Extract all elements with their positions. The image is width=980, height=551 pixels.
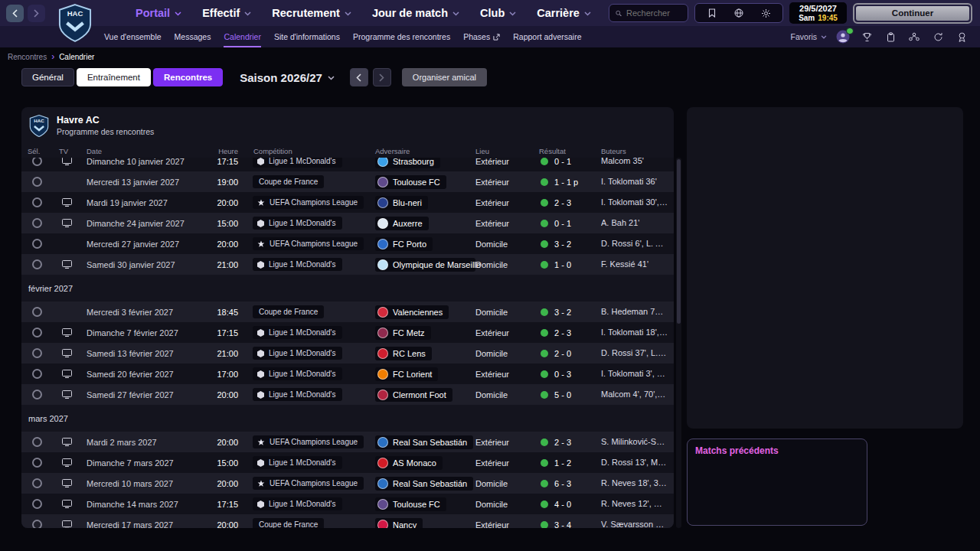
result[interactable]: 1 - 2	[539, 458, 601, 468]
select-radio[interactable]	[32, 437, 42, 447]
nav-item-jour-de-match[interactable]: Jour de match	[372, 7, 459, 19]
opponent-chip[interactable]: Strasbourg	[375, 158, 440, 168]
match-row[interactable]: Samedi 27 février 2027 20:00 Ligue 1 McD…	[21, 384, 674, 405]
select-radio[interactable]	[32, 348, 42, 358]
result[interactable]: 0 - 3	[539, 370, 601, 379]
opponent-chip[interactable]: FC Lorient	[375, 367, 438, 381]
opponent-chip[interactable]: Olympique de Marseille	[375, 258, 475, 272]
column-header-competition[interactable]: Compétition	[253, 147, 375, 155]
manager-profile-button[interactable]	[835, 29, 851, 44]
game-date[interactable]: 29/5/2027 Sam19:45	[789, 2, 847, 24]
competition-chip[interactable]: Coupe de France	[253, 175, 324, 188]
scrollbar-thumb[interactable]	[677, 159, 681, 324]
competition-chip[interactable]: Ligue 1 McDonald's	[253, 367, 342, 380]
result[interactable]: 5 - 0	[539, 390, 601, 399]
subnav-item-messages[interactable]: Messages	[175, 26, 211, 47]
competition-chip[interactable]: Ligue 1 McDonald's	[253, 217, 342, 230]
competition-chip[interactable]: Ligue 1 McDonald's	[253, 258, 342, 271]
competition-chip[interactable]: Ligue 1 McDonald's	[253, 497, 342, 510]
result[interactable]: 2 - 3	[539, 328, 601, 337]
nav-item-carriere[interactable]: Carrière	[537, 7, 591, 19]
subnav-item-site-d-informations[interactable]: Site d'informations	[274, 26, 340, 47]
match-row[interactable]: Samedi 20 février 2027 17:00 Ligue 1 McD…	[21, 364, 674, 384]
match-row[interactable]: Dimanche 10 janvier 2027 17:15 Ligue 1 M…	[21, 158, 674, 171]
opponent-chip[interactable]: Real San Sebastián	[375, 477, 473, 491]
match-row[interactable]: Samedi 30 janvier 2027 21:00 Ligue 1 McD…	[21, 254, 674, 275]
result[interactable]: 2 - 3	[539, 198, 601, 207]
tab-rencontres[interactable]: Rencontres	[153, 68, 223, 86]
result[interactable]: 3 - 4	[539, 520, 601, 529]
opponent-chip[interactable]: Blu-neri	[375, 196, 428, 210]
result[interactable]: 4 - 0	[539, 500, 601, 509]
club-crest[interactable]: HAC	[58, 4, 92, 42]
search-input[interactable]	[626, 8, 681, 18]
select-radio[interactable]	[32, 259, 42, 269]
opponent-chip[interactable]: Nancy	[375, 518, 423, 529]
nav-item-effectif[interactable]: Effectif	[202, 7, 251, 19]
sync-button[interactable]	[930, 29, 946, 44]
favoris-dropdown[interactable]: Favoris	[791, 32, 827, 41]
notes-button[interactable]	[704, 5, 720, 21]
subnav-item-calendrier[interactable]: Calendrier	[224, 26, 260, 47]
match-row[interactable]: Dimanche 14 mars 2027 17:15 Ligue 1 McDo…	[21, 494, 674, 514]
select-radio[interactable]	[32, 239, 42, 249]
breadcrumb-parent[interactable]: Rencontres	[8, 53, 47, 61]
nav-item-club[interactable]: Club	[480, 7, 516, 19]
match-row[interactable]: Mardi 2 mars 2027 20:00 UEFA Champions L…	[21, 432, 674, 452]
opponent-chip[interactable]: Auxerre	[375, 217, 429, 230]
competition-chip[interactable]: UEFA Champions League	[253, 196, 364, 209]
competitions-button[interactable]	[859, 29, 874, 44]
column-header-lieu[interactable]: Lieu	[475, 147, 539, 155]
history-back-button[interactable]	[6, 5, 24, 22]
result[interactable]: 0 - 1	[539, 219, 601, 228]
column-header-adversaire[interactable]: Adversaire	[375, 147, 475, 155]
notebook-button[interactable]	[883, 29, 898, 44]
history-forward-button[interactable]	[28, 5, 45, 22]
result[interactable]: 0 - 1	[539, 158, 601, 166]
column-header-tv[interactable]: TV	[52, 147, 81, 155]
column-header-date[interactable]: Date	[81, 147, 210, 155]
select-radio[interactable]	[32, 177, 42, 187]
match-row[interactable]: Dimanche 24 janvier 2027 15:00 Ligue 1 M…	[21, 213, 674, 233]
competition-chip[interactable]: Ligue 1 McDonald's	[253, 158, 342, 168]
subnav-item-phases[interactable]: Phases	[463, 26, 500, 47]
competition-chip[interactable]: Coupe de France	[253, 518, 324, 528]
select-radio[interactable]	[32, 307, 42, 317]
match-row[interactable]: Mercredi 10 mars 2027 20:00 UEFA Champio…	[21, 473, 674, 494]
season-prev-button[interactable]	[350, 68, 368, 86]
column-header-buteurs[interactable]: Buteurs	[601, 147, 674, 155]
world-button[interactable]	[731, 5, 746, 21]
tab-general[interactable]: Général	[21, 68, 74, 86]
result[interactable]: 6 - 3	[539, 479, 601, 488]
select-radio[interactable]	[32, 390, 42, 399]
match-row[interactable]: Dimanche 7 février 2027 17:15 Ligue 1 Mc…	[21, 322, 674, 343]
select-radio[interactable]	[32, 458, 42, 468]
opponent-chip[interactable]: Real San Sebastián	[375, 435, 473, 449]
competition-chip[interactable]: UEFA Champions League	[253, 237, 364, 250]
continue-button[interactable]: Continuer	[856, 6, 969, 21]
tab-entrainement[interactable]: Entraînement	[77, 68, 151, 86]
season-selector[interactable]: Saison 2026/27	[240, 71, 335, 84]
select-radio[interactable]	[32, 328, 42, 337]
match-row[interactable]: Mercredi 17 mars 2027 20:00 Coupe de Fra…	[21, 514, 674, 528]
competition-chip[interactable]: Ligue 1 McDonald's	[253, 326, 342, 339]
select-radio[interactable]	[32, 158, 42, 166]
competition-chip[interactable]: UEFA Champions League	[253, 435, 364, 448]
competition-chip[interactable]: UEFA Champions League	[253, 477, 364, 490]
match-row[interactable]: Mercredi 27 janvier 2027 20:00 UEFA Cham…	[21, 233, 674, 254]
match-row[interactable]: Mardi 19 janvier 2027 20:00 UEFA Champio…	[21, 192, 674, 213]
arrange-friendly-button[interactable]: Organiser amical	[402, 68, 487, 86]
competition-chip[interactable]: Ligue 1 McDonald's	[253, 347, 342, 360]
opponent-chip[interactable]: Clermont Foot	[375, 388, 452, 402]
opponent-chip[interactable]: RC Lens	[375, 347, 432, 360]
competition-chip[interactable]: Coupe de France	[253, 305, 324, 318]
column-header-heure[interactable]: Heure	[210, 147, 253, 155]
result[interactable]: 1 - 0	[539, 260, 601, 269]
result[interactable]: 2 - 0	[539, 349, 601, 358]
search-box[interactable]	[609, 4, 688, 22]
scrollbar[interactable]	[676, 158, 681, 528]
match-row[interactable]: Mercredi 13 janvier 2027 19:00 Coupe de …	[21, 171, 674, 192]
opponent-chip[interactable]: Valenciennes	[375, 305, 449, 319]
column-header-resultat[interactable]: Résultat	[539, 147, 601, 155]
opponent-chip[interactable]: FC Porto	[375, 237, 433, 251]
